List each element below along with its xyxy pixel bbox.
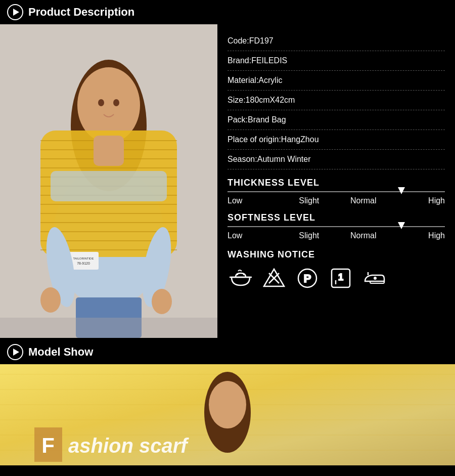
- svg-text:TAILORINTIDE: TAILORINTIDE: [73, 257, 94, 260]
- info-value-origin: HangZhou: [281, 135, 319, 144]
- washing-section: WASHING NOTICE: [228, 249, 445, 291]
- svg-text:F: F: [41, 434, 55, 457]
- product-info-panel: Code:FD197 Brand:FEILEDIS Material:Acryl…: [217, 24, 455, 340]
- info-value-pack: Brand Bag: [248, 115, 286, 124]
- info-row-material: Material:Acrylic: [228, 71, 445, 91]
- svg-text:78-9120: 78-9120: [77, 262, 90, 265]
- svg-rect-24: [94, 136, 124, 166]
- svg-point-30: [152, 289, 172, 314]
- washing-icons-row: P 1: [228, 265, 445, 291]
- one-bar-icon: 1: [328, 265, 354, 291]
- dry-clean-icon: P: [294, 265, 321, 291]
- info-row-season: Season:Autumn Winter: [228, 150, 445, 169]
- svg-point-25: [98, 99, 104, 106]
- softness-label-low: Low: [228, 231, 282, 240]
- product-description-title: Product Description: [28, 6, 134, 19]
- thickness-bar: [228, 191, 445, 192]
- svg-rect-32: [0, 318, 217, 338]
- model-show-image: F ashion scarf: [0, 364, 455, 465]
- no-bleach-icon: [261, 265, 287, 291]
- iron-low-icon: [361, 265, 387, 291]
- info-row-size: Size:180cmX42cm: [228, 91, 445, 110]
- thickness-section: THICKNESS LEVEL Low Slight Normal High: [228, 178, 445, 207]
- info-value-size: 180cmX42cm: [246, 96, 295, 104]
- softness-label-high: High: [391, 231, 445, 240]
- info-row-pack: Pack:Brand Bag: [228, 110, 445, 130]
- washing-title: WASHING NOTICE: [228, 249, 445, 260]
- svg-marker-33: [398, 187, 405, 194]
- softness-indicator: [398, 222, 405, 231]
- product-description-header: Product Description: [0, 0, 455, 24]
- info-row-code: Code:FD197: [228, 31, 445, 51]
- thickness-label-normal: Normal: [336, 196, 391, 205]
- product-image: TAILORINTIDE 78-9120: [0, 24, 217, 338]
- wash-basin-icon: [228, 265, 254, 291]
- info-value-code: FD197: [249, 36, 274, 45]
- product-image-container: TAILORINTIDE 78-9120: [0, 24, 217, 340]
- svg-text:ashion scarf: ashion scarf: [68, 435, 189, 457]
- softness-label-normal: Normal: [336, 231, 391, 240]
- thickness-label-slight: Slight: [282, 196, 337, 205]
- thickness-label-low: Low: [228, 196, 282, 205]
- info-row-brand: Brand:FEILEDIS: [228, 51, 445, 71]
- softness-labels: Low Slight Normal High: [228, 229, 445, 242]
- svg-rect-23: [51, 171, 167, 201]
- info-label-brand: Brand:: [228, 56, 251, 65]
- svg-text:1: 1: [338, 272, 343, 282]
- svg-marker-34: [398, 222, 405, 229]
- info-label-season: Season:: [228, 155, 257, 163]
- thickness-indicator: [398, 187, 405, 196]
- info-value-material: Acrylic: [258, 76, 282, 84]
- thickness-label-high: High: [391, 196, 445, 205]
- info-label-pack: Pack:: [228, 115, 248, 124]
- softness-label-slight: Slight: [282, 231, 337, 240]
- svg-text:P: P: [304, 272, 311, 285]
- model-show-play-icon: [7, 344, 23, 360]
- info-label-material: Material:: [228, 76, 258, 84]
- info-label-code: Code:: [228, 36, 249, 45]
- info-label-size: Size:: [228, 96, 246, 104]
- model-show-svg: F ashion scarf: [0, 364, 455, 465]
- svg-rect-43: [370, 281, 384, 283]
- info-value-season: Autumn Winter: [257, 155, 311, 163]
- play-icon: [7, 4, 23, 20]
- info-label-origin: Place of origin:: [228, 135, 281, 144]
- thickness-labels: Low Slight Normal High: [228, 194, 445, 207]
- svg-point-45: [374, 277, 376, 279]
- info-value-brand: FEILEDIS: [251, 56, 287, 65]
- softness-bar: [228, 226, 445, 227]
- svg-point-29: [40, 287, 61, 313]
- model-show-title: Model Show: [28, 345, 93, 359]
- softness-section: SOFTNESS LEVEL Low Slight Normal High: [228, 212, 445, 242]
- product-area: TAILORINTIDE 78-9120 Code:FD197: [0, 24, 455, 340]
- svg-point-55: [209, 381, 246, 428]
- thickness-bar-line: [228, 191, 445, 192]
- softness-title: SOFTNESS LEVEL: [228, 212, 445, 223]
- info-row-origin: Place of origin:HangZhou: [228, 130, 445, 150]
- thickness-title: THICKNESS LEVEL: [228, 178, 445, 188]
- model-show-header: Model Show: [0, 340, 455, 364]
- softness-bar-line: [228, 226, 445, 227]
- svg-point-26: [113, 99, 119, 106]
